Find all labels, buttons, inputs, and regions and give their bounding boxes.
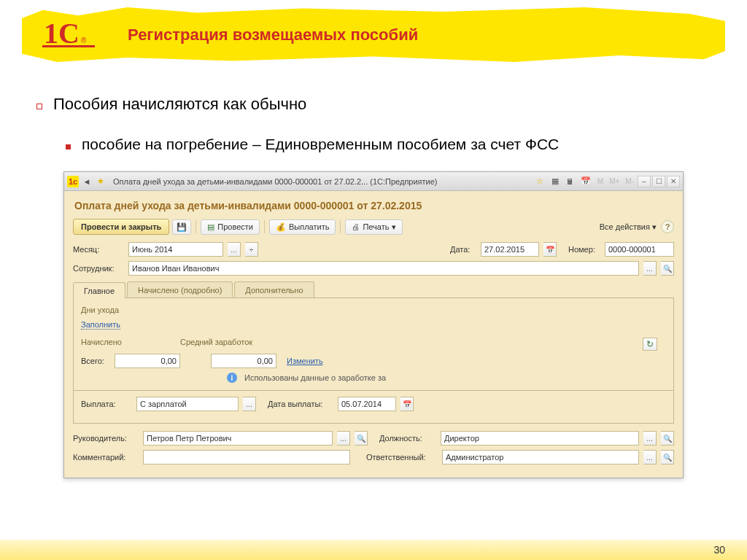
calendar-icon[interactable]: 📅 xyxy=(580,176,592,187)
employee-select-button[interactable]: ... xyxy=(643,261,657,276)
slide-title: Регистрация возмещаемых пособий xyxy=(128,26,418,44)
tool-icon-1[interactable]: ▦ xyxy=(549,176,561,187)
minimize-button[interactable]: – xyxy=(638,176,651,187)
employee-label: Сотрудник: xyxy=(73,264,124,273)
print-icon: 🖨 xyxy=(352,222,360,231)
bullet1-text: Пособия начисляются как обычно xyxy=(53,95,306,114)
bullet-square-filled-icon xyxy=(66,144,71,149)
total-input[interactable]: 0,00 xyxy=(115,354,180,368)
responsible-input[interactable]: Администратор xyxy=(442,450,639,464)
bullet-level1: Пособия начисляются как обычно xyxy=(36,95,711,114)
toolbar-separator xyxy=(264,220,265,233)
responsible-search-button[interactable]: 🔍 xyxy=(661,450,674,464)
save-icon xyxy=(177,222,187,232)
post-button-label: Провести xyxy=(217,222,253,231)
post-and-close-button[interactable]: Провести и закрыть xyxy=(73,219,169,235)
position-select-button[interactable]: ... xyxy=(643,431,657,446)
post-icon: ▤ xyxy=(207,222,214,232)
help-button[interactable]: ? xyxy=(661,220,674,233)
position-label: Должность: xyxy=(379,434,436,443)
payout-date-input[interactable]: 05.07.2014 xyxy=(338,397,396,411)
date-input[interactable]: 27.02.2015 xyxy=(481,242,539,257)
month-picker-button[interactable]: ... xyxy=(228,242,241,257)
slide-footer: 30 xyxy=(0,540,747,560)
bullet2-text: пособие на погребение – Единовременным п… xyxy=(82,136,559,153)
date-picker-button[interactable]: 📅 xyxy=(543,242,557,257)
avg-earnings-label: Средний заработок xyxy=(180,338,252,346)
payout-label: Выплата: xyxy=(81,400,132,408)
print-button-label: Печать xyxy=(363,222,389,231)
employee-input[interactable]: Иванов Иван Иванович xyxy=(128,261,639,276)
app-window: 1с ◄ ★ Оплата дней ухода за детьми-инвал… xyxy=(63,171,684,478)
change-link[interactable]: Изменить xyxy=(287,357,323,365)
print-button[interactable]: 🖨Печать ▾ xyxy=(345,219,403,235)
care-days-label: Дни ухода xyxy=(81,306,666,314)
pay-button[interactable]: 💰Выплатить xyxy=(269,219,336,235)
tab-accrued-details[interactable]: Начислено (подробно) xyxy=(127,281,233,298)
tab-panel-main: Дни ухода Заполнить ↻ Начислено Средний … xyxy=(73,298,674,424)
manager-select-button[interactable]: ... xyxy=(337,431,350,446)
payout-date-label: Дата выплаты: xyxy=(268,400,333,408)
info-icon: i xyxy=(227,373,237,383)
document-title: Оплата дней ухода за детьми-инвалидами 0… xyxy=(64,191,683,219)
payout-input[interactable]: С зарплатой xyxy=(136,397,239,411)
number-input[interactable]: 0000-000001 xyxy=(605,242,674,257)
money-icon: 💰 xyxy=(276,222,286,232)
month-stepper-button[interactable]: ÷ xyxy=(245,242,258,257)
number-label: Номер: xyxy=(568,245,600,254)
memory-m[interactable]: M xyxy=(595,177,605,185)
manager-label: Руководитель: xyxy=(73,434,139,443)
close-button[interactable]: ✕ xyxy=(667,176,680,187)
comment-label: Комментарий: xyxy=(73,453,139,462)
memory-mplus[interactable]: M+ xyxy=(607,177,622,185)
bookmark-icon[interactable]: ☆ xyxy=(534,176,546,187)
pay-button-label: Выплатить xyxy=(289,222,329,231)
window-titlebar: 1с ◄ ★ Оплата дней ухода за детьми-инвал… xyxy=(64,172,683,191)
manager-search-button[interactable]: 🔍 xyxy=(355,431,368,446)
responsible-select-button[interactable]: ... xyxy=(643,450,657,464)
window-title: Оплата дней ухода за детьми-инвалидами 0… xyxy=(109,177,534,186)
position-search-button[interactable]: 🔍 xyxy=(661,431,674,446)
info-text: Использованы данные о заработке за xyxy=(244,373,386,382)
logo-underline xyxy=(42,45,95,47)
app-logo-icon: 1с xyxy=(67,176,79,187)
comment-input[interactable] xyxy=(143,450,350,464)
toolbar-separator xyxy=(340,220,341,233)
refresh-button[interactable]: ↻ xyxy=(643,338,657,351)
month-label: Месяц: xyxy=(73,245,124,254)
bullet-square-icon xyxy=(36,104,42,109)
toolbar-separator xyxy=(196,220,196,233)
tab-additional[interactable]: Дополнительно xyxy=(234,281,314,298)
maximize-button[interactable]: ☐ xyxy=(652,176,665,187)
all-actions-label: Все действия xyxy=(600,222,650,231)
bullet-level2: пособие на погребение – Единовременным п… xyxy=(66,136,711,153)
calculator-icon[interactable]: 🖩 xyxy=(565,176,576,187)
tabs: Главное Начислено (подробно) Дополнитель… xyxy=(73,281,674,298)
responsible-label: Ответственный: xyxy=(366,453,438,462)
page-number: 30 xyxy=(713,544,725,556)
nav-back-icon[interactable]: ◄ xyxy=(81,176,93,187)
manager-input[interactable]: Петров Петр Петрович xyxy=(143,431,333,446)
fill-link[interactable]: Заполнить xyxy=(81,320,120,330)
accrued-label: Начислено xyxy=(81,338,122,346)
avg-earnings-input[interactable]: 0,00 xyxy=(211,354,276,368)
date-label: Дата: xyxy=(450,245,476,254)
save-button[interactable] xyxy=(172,219,191,235)
post-button[interactable]: ▤Провести xyxy=(201,219,260,235)
tab-main[interactable]: Главное xyxy=(73,282,125,298)
all-actions-menu[interactable]: Все действия ▾ xyxy=(600,222,657,232)
employee-search-button[interactable]: 🔍 xyxy=(661,261,674,276)
dropdown-arrow-icon: ▾ xyxy=(392,222,396,232)
month-input[interactable]: Июнь 2014 xyxy=(128,242,223,257)
total-label: Всего: xyxy=(81,357,110,365)
favorite-star-icon[interactable]: ★ xyxy=(95,176,107,187)
payout-select-button[interactable]: ... xyxy=(243,397,256,411)
memory-mminus[interactable]: M- xyxy=(623,177,636,185)
payout-date-picker-button[interactable]: 📅 xyxy=(400,397,414,411)
toolbar: Провести и закрыть ▤Провести 💰Выплатить … xyxy=(64,219,683,242)
position-input[interactable]: Директор xyxy=(441,431,639,446)
